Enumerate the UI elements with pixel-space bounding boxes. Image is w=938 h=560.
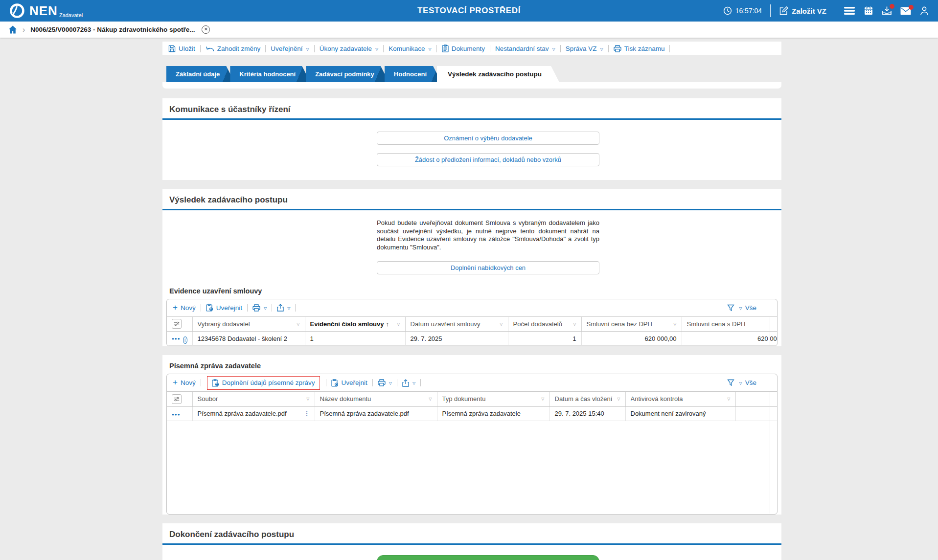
documents-button[interactable]: Dokumenty [442,45,485,52]
column-header-smluvni-cena-s-dph[interactable]: Smluvní cena s DPH [682,317,777,332]
doplneni-nabidkovych-cen-button[interactable]: Doplnění nabídkových cen [377,261,599,274]
home-icon[interactable] [8,25,17,34]
messages-button[interactable] [900,7,911,15]
export-table-button[interactable]: ▽ [277,304,290,312]
file-actions-icon[interactable]: ⋮ [304,410,310,417]
chevron-down-icon: ▽ [552,47,555,51]
column-header-evidencni-cislo-smlouvy[interactable]: Evidenční číslo smlouvy↑▽ [305,317,405,332]
column-header-pocet-dodavatelu[interactable]: Počet dodavatelů▽ [508,317,581,332]
chevron-down-icon: ▽ [429,47,432,51]
column-filter-icon[interactable]: ▽ [727,397,730,401]
section-komunikace-s-ucastniky: Komunikace s účastníky řízení Oznámení o… [162,98,781,180]
info-icon[interactable]: i [183,336,187,344]
column-header-nazev-dokumentu[interactable]: Název dokumentu▽ [315,392,437,406]
column-filter-icon[interactable]: ▽ [397,322,400,326]
discard-changes-button[interactable]: Zahodit změny [206,45,261,52]
new-report-button[interactable]: + Nový [173,379,196,387]
oznameni-o-vyberu-dodavatele-button[interactable]: Oznámení o výběru dodavatele [377,132,599,145]
highlight-annotation-box: Doplnění údajů písemné zprávy [207,376,320,390]
save-button[interactable]: Uložit [168,45,195,52]
chevron-down-icon: ▽ [287,306,290,311]
section-title: Komunikace s účastníky řízení [162,98,781,118]
export-table-button[interactable]: ▽ [402,379,415,387]
breadcrumb-item[interactable]: N006/25/V00007263 - Nákup zdravotnického… [30,26,195,33]
print-table-button[interactable]: ▽ [252,304,267,312]
inbox-download-button[interactable] [882,6,892,16]
user-profile-button[interactable] [919,6,929,16]
filter-preset-all[interactable]: ▽ Vše [739,304,756,312]
filter-icon[interactable] [727,304,734,312]
nen-logo-icon [9,2,25,19]
record-toolbar: Uložit Zahodit změny Uveřejnění ▽ Úkony … [162,42,781,55]
column-header-datum-cas-vlozeni[interactable]: Datum a čas vložení▽ [549,392,625,406]
tab-hodnoceni[interactable]: Hodnocení [385,66,441,82]
column-header-antivirova-kontrola[interactable]: Antivirová kontrola▽ [625,392,735,406]
grid-settings-icon[interactable] [172,394,182,404]
notification-badge [909,5,914,10]
column-filter-icon[interactable]: ▽ [541,397,544,401]
column-filter-icon[interactable]: ▽ [673,322,676,326]
chevron-down-icon: ▽ [306,47,309,51]
report-table: + Nový Doplnění údajů písemné zprávy [166,374,778,515]
grid-settings-icon[interactable] [172,319,182,329]
row-menu-icon[interactable]: ●●● [172,336,181,341]
vz-admin-menu[interactable]: Správa VZ ▽ [566,45,603,52]
print-record-button[interactable]: Tisk záznamu [614,45,665,52]
publish-report-button[interactable]: Uveřejnit [331,379,367,387]
communication-menu[interactable]: Komunikace ▽ [389,45,431,52]
create-vz-button[interactable]: Založit VZ [779,6,826,16]
contracting-actions-menu[interactable]: Úkony zadavatele ▽ [320,45,378,52]
column-settings[interactable] [167,392,192,406]
print-table-button[interactable]: ▽ [378,379,392,386]
column-settings[interactable] [167,317,192,332]
cell-soubor: Písemná zpráva zadavatele.pdf ⋮ [192,406,315,421]
nonstandard-state-menu[interactable]: Nestandardní stav ▽ [495,45,555,52]
section-title: Výsledek zadávacího postupu [162,189,781,209]
tab-kriteria-hodnoceni[interactable]: Kritéria hodnocení [230,66,310,82]
column-filter-icon[interactable]: ▽ [500,322,503,326]
column-filter-icon[interactable]: ▽ [297,322,299,326]
column-header-smluvni-cena-bez-dph[interactable]: Smluvní cena bez DPH▽ [581,317,682,332]
empty-grid-area [167,421,777,514]
column-filter-icon[interactable]: ▽ [573,322,576,326]
menu-button[interactable] [844,6,855,15]
cell-nazev-dokumentu: Písemná zpráva zadavatele.pdf [315,406,437,421]
table-row[interactable]: ●●● i 12345678 Dodavatel - školení 2 1 2… [167,332,777,346]
zadost-o-predlozeni-informaci-button[interactable]: Žádost o předložení informací, dokladů n… [377,153,599,166]
row-menu-icon[interactable]: ●●● [172,412,181,417]
session-time: 16:57:04 [735,7,762,15]
column-filter-icon[interactable]: ▽ [429,397,432,401]
new-contract-button[interactable]: + Nový [173,304,196,312]
filter-icon[interactable] [727,379,734,386]
plus-icon: + [173,378,178,386]
section-vysledek-zadavaciho-postupu: Výsledek zadávacího postupu Pokud budete… [162,189,781,346]
tab-zakladni-udaje[interactable]: Základní údaje [166,66,234,82]
environment-title: TESTOVACÍ PROSTŘEDÍ [417,6,521,16]
column-filter-icon[interactable]: ▽ [617,397,620,401]
tab-vysledek-zadavaciho-postupu[interactable]: Výsledek zadávacího postupu [437,66,559,82]
plus-icon: + [173,303,178,312]
doplneni-udaju-pisemne-zpravy-button[interactable]: Doplnění údajů písemné zprávy [212,379,315,387]
tab-zadavaci-podminky[interactable]: Zadávací podmínky [306,66,389,82]
section-pisemna-zprava: Písemná zpráva zadavatele + Nový Doplněn… [162,355,781,515]
notification-badge [890,4,894,9]
contracts-table-toolbar: + Nový Uveřejnit ▽ [167,299,777,317]
close-record-icon[interactable]: ✕ [202,25,210,34]
table-row[interactable]: ●●● Písemná zpráva zadavatele.pdf ⋮ Píse… [167,406,777,421]
column-header-datum-uzavreni[interactable]: Datum uzavření smlouvy▽ [405,317,508,332]
column-header-soubor[interactable]: Soubor▽ [192,392,315,406]
uzamknout-vz-button[interactable]: Uzamknout VZ a přejít do fáze Dokončení … [377,555,599,560]
column-filter-icon[interactable]: ▽ [306,397,309,401]
publishing-menu[interactable]: Uveřejnění ▽ [271,45,309,52]
record-tabs: Základní údaje Kritéria hodnocení Zadáva… [162,66,781,82]
tab-panel-edge [162,82,781,89]
chevron-down-icon: ▽ [264,306,267,311]
chevron-down-icon: ▽ [389,381,392,385]
calendar-button[interactable] [864,6,873,16]
nen-logo[interactable]: NEN Zadavatel [9,2,83,19]
cell-cena-s-dph: 620 000,00 [682,332,777,346]
publish-contract-button[interactable]: Uveřejnit [206,304,242,312]
filter-preset-all[interactable]: ▽ Vše [739,379,756,386]
column-header-typ-dokumentu[interactable]: Typ dokumentu▽ [437,392,549,406]
column-header-vybrany-dodavatel[interactable]: Vybraný dodavatel▽ [192,317,305,332]
